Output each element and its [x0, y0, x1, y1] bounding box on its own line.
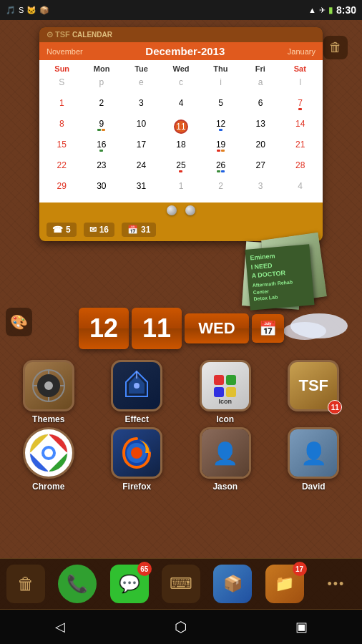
cal-cell[interactable]: e: [122, 76, 161, 96]
dock-folder-icon: 📁: [275, 575, 294, 593]
app-icon-david: 👤: [288, 427, 339, 479]
next-month[interactable]: January: [288, 47, 315, 56]
trash-button[interactable]: 🗑: [323, 36, 348, 59]
cal-cell[interactable]: 16: [82, 138, 122, 158]
day-header-fri: Fri: [240, 63, 280, 74]
svg-point-10: [134, 383, 140, 389]
cal-cell[interactable]: 9: [82, 117, 122, 137]
slider-dots: [39, 203, 323, 218]
cal-cell[interactable]: 29: [42, 180, 82, 200]
cal-cell[interactable]: c: [162, 76, 201, 96]
cal-cell[interactable]: 24: [122, 159, 161, 179]
app-item-chrome[interactable]: Chrome: [7, 427, 90, 492]
themes-svg: [31, 368, 67, 404]
calendar-stat[interactable]: 📅 31: [122, 223, 156, 237]
cal-cell[interactable]: 18: [162, 138, 201, 158]
cal-nav-row[interactable]: November December-2013 January: [39, 42, 323, 60]
nav-recents-button[interactable]: ▣: [280, 614, 323, 640]
cal-cell[interactable]: 2: [82, 97, 122, 117]
status-icons-right: ▲ ✈ ▮ 8:30: [308, 4, 356, 16]
cal-cell[interactable]: 26: [201, 159, 240, 179]
cal-cell[interactable]: 22: [42, 159, 82, 179]
icon-cell-green: [226, 375, 236, 385]
cal-cell[interactable]: 15: [42, 138, 82, 158]
prev-month[interactable]: November: [47, 47, 83, 56]
app-item-tsf[interactable]: TSF 11: [273, 360, 356, 424]
dock-box3d-icon: 📦: [223, 575, 243, 593]
palette-button[interactable]: 🎨: [6, 308, 32, 336]
dock-phone-icon: 📞: [67, 574, 88, 594]
cal-cell[interactable]: 30: [82, 180, 122, 200]
app-item-icon[interactable]: Icon Icon: [184, 360, 267, 424]
day-header-mon: Mon: [82, 63, 121, 74]
cal-cell[interactable]: 28: [280, 159, 320, 179]
app-icon-jason: 👤: [200, 427, 251, 479]
cal-icon-button[interactable]: 📅: [252, 314, 284, 343]
calls-stat[interactable]: ☎ 5: [47, 223, 77, 237]
tsf-text: TSF: [298, 376, 328, 395]
app-icon-icon: Icon: [200, 360, 251, 411]
dock-item-sms[interactable]: 💬 65: [110, 565, 149, 603]
cal-cell[interactable]: 4: [162, 97, 201, 117]
app-item-jason[interactable]: 👤 Jason: [184, 427, 267, 492]
dock-item-box3d[interactable]: 📦: [213, 565, 252, 603]
recents-icon: ▣: [295, 619, 308, 635]
cal-cell[interactable]: 3: [122, 97, 161, 117]
app-label-jason: Jason: [212, 482, 238, 492]
cal-cell[interactable]: a: [241, 76, 280, 96]
dock-item-more[interactable]: •••: [317, 565, 356, 603]
nav-home-button[interactable]: ⬡: [160, 614, 202, 640]
dock-item-folder[interactable]: 📁 17: [265, 565, 304, 603]
nav-back-button[interactable]: ◁: [39, 614, 82, 640]
cal-cell[interactable]: 1: [162, 180, 201, 200]
cal-cell[interactable]: 1: [42, 97, 82, 117]
cal-cell[interactable]: 6: [241, 97, 280, 117]
home-icon: ⬡: [175, 618, 187, 635]
flip-hour: 12: [79, 308, 129, 349]
cal-cell[interactable]: 8: [42, 117, 82, 137]
cal-cell[interactable]: p: [82, 76, 122, 96]
cal-cell[interactable]: 2: [201, 180, 240, 200]
dock-icon-keyboard: ⌨: [162, 565, 200, 603]
day-header-tue: Tue: [122, 63, 161, 74]
app-item-themes[interactable]: Themes: [7, 360, 90, 424]
cal-cell[interactable]: 17: [122, 138, 161, 158]
cal-cell[interactable]: S: [42, 76, 82, 96]
cal-grid: S p e c i a l 1 2 3 4 5 6 7 8 9 10 11 12…: [42, 76, 320, 200]
cal-cell[interactable]: 14: [280, 117, 320, 137]
app-item-david[interactable]: 👤 David: [273, 427, 356, 492]
calls-count: 5: [66, 225, 71, 235]
wifi-icon: ▲: [308, 6, 316, 14]
cal-cell[interactable]: 7: [280, 97, 320, 117]
back-icon: ◁: [55, 619, 65, 635]
cal-cell[interactable]: 31: [122, 180, 161, 200]
cal-cell[interactable]: 4: [280, 180, 320, 200]
dock-item-phone[interactable]: 📞: [58, 565, 97, 603]
messages-stat[interactable]: ✉ 16: [84, 223, 114, 237]
cal-cell[interactable]: 20: [241, 138, 280, 158]
app-item-firefox[interactable]: Firefox: [96, 427, 179, 492]
cal-cell[interactable]: 12: [201, 117, 240, 137]
dock-sms-icon: 💬: [119, 574, 140, 594]
cal-cell[interactable]: 5: [201, 97, 240, 117]
slider-dot-1: [167, 205, 177, 215]
dock-icon-box3d: 📦: [213, 565, 252, 603]
icon-cell-blue: [214, 387, 224, 397]
firefox-svg: [118, 434, 155, 472]
cal-cell[interactable]: 10: [122, 117, 161, 137]
cal-cell[interactable]: 25: [162, 159, 201, 179]
dock-item-trash[interactable]: 🗑: [6, 565, 45, 603]
cal-cell[interactable]: 13: [241, 117, 280, 137]
cal-cell[interactable]: i: [201, 76, 240, 96]
cal-cell[interactable]: l: [280, 76, 320, 96]
day-header-sun: Sun: [42, 63, 82, 74]
cal-cell[interactable]: 23: [82, 159, 122, 179]
cal-cell[interactable]: 19: [201, 138, 240, 158]
cal-cell[interactable]: 27: [241, 159, 280, 179]
cal-cell[interactable]: 21: [280, 138, 320, 158]
cal-cell[interactable]: 3: [241, 180, 280, 200]
dock-item-keyboard[interactable]: ⌨: [162, 565, 200, 603]
app-item-effect[interactable]: Effect: [96, 360, 179, 424]
flip-day: WED: [185, 313, 249, 343]
cal-cell-today[interactable]: 11: [162, 117, 201, 137]
